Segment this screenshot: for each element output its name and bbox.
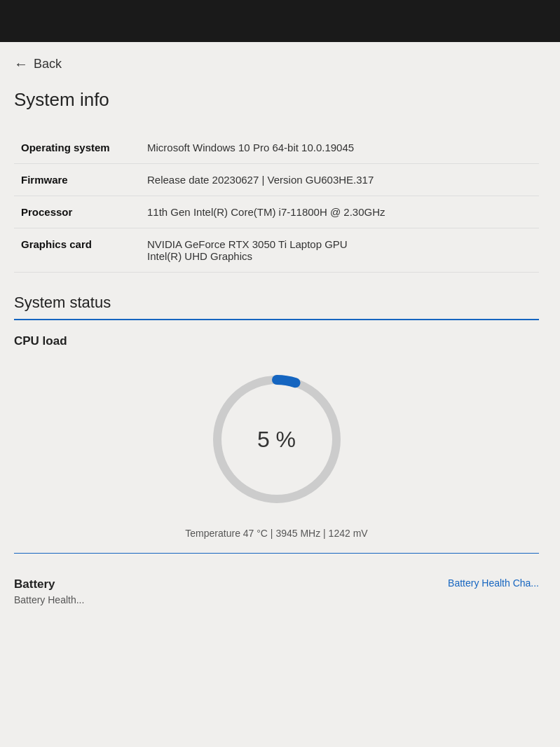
system-info-table: Operating systemMicrosoft Windows 10 Pro…: [14, 132, 539, 273]
gauge-bottom-divider: [14, 553, 539, 554]
info-value: NVIDIA GeForce RTX 3050 Ti Laptop GPU In…: [140, 228, 539, 273]
cpu-percent-text: 5 %: [257, 427, 296, 453]
cpu-gauge-wrapper: 5 %: [200, 362, 354, 516]
battery-health-link[interactable]: Battery Health Cha...: [448, 577, 539, 589]
cpu-load-label: CPU load: [14, 334, 539, 348]
info-value: Release date 20230627 | Version GU603HE.…: [140, 164, 539, 196]
info-label: Graphics card: [14, 228, 140, 273]
system-status-section: System status CPU load 5 % Temperature 4…: [14, 294, 539, 554]
back-label: Back: [34, 57, 62, 71]
back-button[interactable]: ← Back: [14, 56, 62, 72]
cpu-gauge-container: 5 % Temperature 47 °C | 3945 MHz | 1242 …: [14, 362, 539, 539]
table-row: Operating systemMicrosoft Windows 10 Pro…: [14, 132, 539, 164]
info-value: 11th Gen Intel(R) Core(TM) i7-11800H @ 2…: [140, 196, 539, 228]
info-label: Operating system: [14, 132, 140, 164]
table-row: Graphics cardNVIDIA GeForce RTX 3050 Ti …: [14, 228, 539, 273]
battery-title: Battery: [14, 577, 84, 591]
info-label: Firmware: [14, 164, 140, 196]
table-row: FirmwareRelease date 20230627 | Version …: [14, 164, 539, 196]
back-arrow-icon: ←: [14, 56, 28, 72]
main-content: ← Back System info Operating systemMicro…: [0, 42, 560, 747]
battery-section: Battery Battery Health... Battery Health…: [14, 568, 539, 615]
battery-info: Battery Battery Health...: [14, 577, 84, 605]
top-bar: [0, 0, 560, 42]
info-label: Processor: [14, 196, 140, 228]
page-title: System info: [14, 89, 539, 111]
cpu-temperature-info: Temperature 47 °C | 3945 MHz | 1242 mV: [185, 528, 367, 539]
status-divider: [14, 319, 539, 320]
battery-subtitle: Battery Health...: [14, 594, 84, 605]
system-status-title: System status: [14, 294, 539, 312]
info-value: Microsoft Windows 10 Pro 64-bit 10.0.190…: [140, 132, 539, 164]
system-info-section: Operating systemMicrosoft Windows 10 Pro…: [14, 132, 539, 273]
table-row: Processor11th Gen Intel(R) Core(TM) i7-1…: [14, 196, 539, 228]
